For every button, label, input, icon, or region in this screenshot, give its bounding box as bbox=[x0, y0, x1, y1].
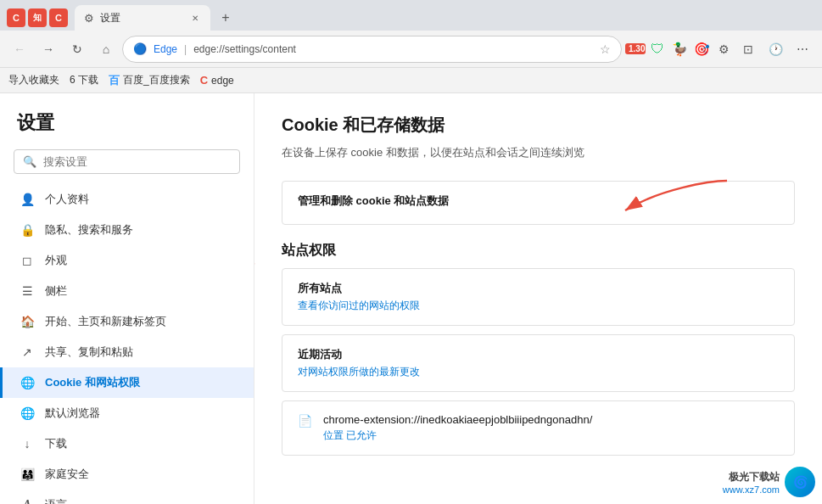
recent-activity-desc: 对网站权限所做的最新更改 bbox=[298, 365, 779, 379]
sidebar-item-privacy-label: 隐私、搜索和服务 bbox=[45, 222, 133, 238]
bookmark-download[interactable]: 6 下载 bbox=[70, 73, 98, 87]
sidebar-item-startup-label: 开始、主页和新建标签页 bbox=[45, 314, 166, 329]
tab-icon-1[interactable]: C bbox=[7, 8, 25, 27]
tab-settings[interactable]: ⚙ 设置 ✕ bbox=[75, 5, 210, 31]
sidebar-item-default[interactable]: 🌐 默认浏览器 bbox=[0, 398, 254, 428]
extension-status: 位置 已允许 bbox=[323, 428, 779, 443]
sidebar: 设置 🔍 👤 个人资料 🔒 隐私、搜索和服务 ◻ 外观 ☰ 侧栏 🏠 开始、主页… bbox=[0, 93, 254, 504]
manage-card-wrapper: 管理和删除 cookie 和站点数据 bbox=[282, 181, 795, 225]
sidebar-item-share-label: 共享、复制和粘贴 bbox=[45, 344, 133, 360]
bookmarks-bar: 导入收藏夹 6 下载 百 百度_百度搜索 C edge bbox=[0, 68, 822, 93]
tab-title-settings: 设置 bbox=[100, 11, 183, 25]
default-browser-icon: 🌐 bbox=[20, 406, 35, 420]
back-button[interactable]: ← bbox=[7, 36, 32, 62]
split-view-icon[interactable]: ⊡ bbox=[735, 36, 761, 62]
extension-url: chrome-extension://inedkoakiaeepjoblbiii… bbox=[323, 413, 779, 426]
manage-cookies-card[interactable]: 管理和删除 cookie 和站点数据 bbox=[282, 181, 795, 225]
tab-icon-2[interactable]: 知 bbox=[28, 8, 47, 27]
sidebar-item-cookies[interactable]: 🌐 Cookie 和网站权限 bbox=[0, 367, 254, 398]
address-url: edge://settings/content bbox=[193, 43, 593, 55]
bookmark-import[interactable]: 导入收藏夹 bbox=[8, 73, 59, 87]
counter-badge-container[interactable]: 1.30 bbox=[625, 39, 646, 59]
download-icon: ↓ bbox=[20, 437, 35, 451]
lock-icon: 🔒 bbox=[20, 223, 35, 237]
appearance-icon: ◻ bbox=[20, 254, 35, 267]
watermark-logo: 🌀 bbox=[785, 467, 815, 497]
recent-activity-title: 近期活动 bbox=[298, 347, 779, 362]
sidebar-item-appearance-label: 外观 bbox=[45, 253, 67, 268]
refresh-button[interactable]: ↻ bbox=[64, 36, 90, 62]
main-layout: 设置 🔍 👤 个人资料 🔒 隐私、搜索和服务 ◻ 外观 ☰ 侧栏 🏠 开始、主页… bbox=[0, 93, 822, 504]
sidebar-item-family[interactable]: 👨‍👩‍👧 家庭安全 bbox=[0, 459, 254, 490]
family-icon: 👨‍👩‍👧 bbox=[20, 468, 35, 481]
page-title: Cookie 和已存储数据 bbox=[282, 114, 795, 137]
watermark: 极光下载站 www.xz7.com 🌀 bbox=[723, 467, 815, 497]
address-star-icon[interactable]: ☆ bbox=[600, 42, 611, 56]
all-sites-card[interactable]: 所有站点 查看你访问过的网站的权限 bbox=[282, 268, 795, 326]
all-sites-desc: 查看你访问过的网站的权限 bbox=[298, 299, 779, 313]
recent-activity-card[interactable]: 近期活动 对网站权限所做的最新更改 bbox=[282, 334, 795, 392]
bookmark-baidu[interactable]: 百 百度_百度搜索 bbox=[109, 73, 190, 88]
shield-icon[interactable]: 🛡 bbox=[647, 39, 668, 59]
home-button[interactable]: ⌂ bbox=[93, 36, 119, 62]
sidebar-item-startup[interactable]: 🏠 开始、主页和新建标签页 bbox=[0, 306, 254, 337]
profile-icon: 👤 bbox=[20, 193, 35, 206]
section-title-permissions: 站点权限 bbox=[282, 242, 795, 260]
bookmark-import-label: 导入收藏夹 bbox=[8, 73, 59, 87]
settings-icon[interactable]: ⚙ bbox=[713, 39, 734, 59]
all-sites-title: 所有站点 bbox=[298, 281, 779, 296]
toolbar: ← → ↻ ⌂ 🔵 Edge | edge://settings/content… bbox=[0, 31, 822, 68]
sidebar-item-sidebar[interactable]: ☰ 侧栏 bbox=[0, 276, 254, 306]
sidebar-item-cookies-label: Cookie 和网站权限 bbox=[45, 375, 140, 390]
sidebar-item-share[interactable]: ↗ 共享、复制和粘贴 bbox=[0, 337, 254, 367]
bookmark-download-label: 6 下载 bbox=[70, 73, 98, 87]
share-icon: ↗ bbox=[20, 345, 35, 359]
extension-info: chrome-extension://inedkoakiaeepjoblbiii… bbox=[323, 413, 779, 443]
language-icon: A bbox=[20, 498, 35, 504]
target-icon[interactable]: 🎯 bbox=[691, 39, 712, 59]
search-icon: 🔍 bbox=[23, 155, 36, 168]
sidebar-item-profile-label: 个人资料 bbox=[45, 192, 89, 207]
duck-icon[interactable]: 🦆 bbox=[669, 39, 690, 59]
bookmark-edge[interactable]: C edge bbox=[200, 74, 234, 87]
page-description: 在设备上保存 cookie 和数据，以便在站点和会话之间连续浏览 bbox=[282, 145, 795, 160]
sidebar-item-language[interactable]: A 语言 bbox=[0, 490, 254, 504]
sidebar-item-download[interactable]: ↓ 下载 bbox=[0, 428, 254, 459]
sidebar-item-appearance[interactable]: ◻ 外观 bbox=[0, 245, 254, 276]
toolbar-right: 1.30 🛡 🦆 🎯 ⚙ ⊡ 🕐 ⋯ bbox=[625, 36, 815, 62]
sidebar-title: 设置 bbox=[0, 110, 254, 149]
counter-badge: 1.30 bbox=[625, 43, 646, 54]
search-input[interactable] bbox=[43, 155, 231, 168]
sidebar-item-privacy[interactable]: 🔒 隐私、搜索和服务 bbox=[0, 215, 254, 245]
tab-icon-3[interactable]: C bbox=[49, 8, 68, 27]
menu-icon[interactable]: ⋯ bbox=[790, 36, 815, 62]
manage-cookies-title: 管理和删除 cookie 和站点数据 bbox=[298, 193, 779, 209]
sidebar-item-language-label: 语言 bbox=[45, 497, 67, 504]
address-favicon: 🔵 bbox=[133, 42, 147, 56]
tab-favicon-settings: ⚙ bbox=[83, 12, 95, 24]
tab-new-button[interactable]: + bbox=[214, 6, 238, 30]
history-icon[interactable]: 🕐 bbox=[763, 36, 788, 62]
extension-item[interactable]: 📄 chrome-extension://inedkoakiaeepjoblbi… bbox=[282, 400, 795, 456]
address-site-name: Edge bbox=[154, 43, 177, 55]
sidebar-icon: ☰ bbox=[20, 284, 35, 298]
tab-close-settings[interactable]: ✕ bbox=[188, 11, 202, 25]
cookies-icon: 🌐 bbox=[20, 376, 35, 389]
bookmark-edge-label: edge bbox=[211, 75, 234, 87]
tab-icon-group: C 知 C bbox=[7, 8, 68, 27]
address-bar[interactable]: 🔵 Edge | edge://settings/content ☆ bbox=[122, 36, 622, 63]
content-area: Cookie 和已存储数据 在设备上保存 cookie 和数据，以便在站点和会话… bbox=[254, 93, 822, 504]
browser-chrome: C 知 C ⚙ 设置 ✕ + ← → ↻ ⌂ 🔵 Edge | edge://s… bbox=[0, 0, 822, 93]
forward-button[interactable]: → bbox=[36, 36, 61, 62]
sidebar-item-profile[interactable]: 👤 个人资料 bbox=[0, 184, 254, 215]
extension-file-icon: 📄 bbox=[298, 414, 315, 431]
sidebar-item-sidebar-label: 侧栏 bbox=[45, 283, 67, 299]
sidebar-item-family-label: 家庭安全 bbox=[45, 467, 89, 482]
bookmark-baidu-label: 百度_百度搜索 bbox=[123, 73, 190, 87]
search-box[interactable]: 🔍 bbox=[14, 149, 240, 174]
watermark-text-block: 极光下载站 www.xz7.com bbox=[723, 470, 780, 495]
sidebar-item-default-label: 默认浏览器 bbox=[45, 406, 100, 421]
address-separator: | bbox=[184, 43, 187, 55]
startup-icon: 🏠 bbox=[20, 315, 35, 328]
sidebar-item-download-label: 下载 bbox=[45, 436, 67, 451]
